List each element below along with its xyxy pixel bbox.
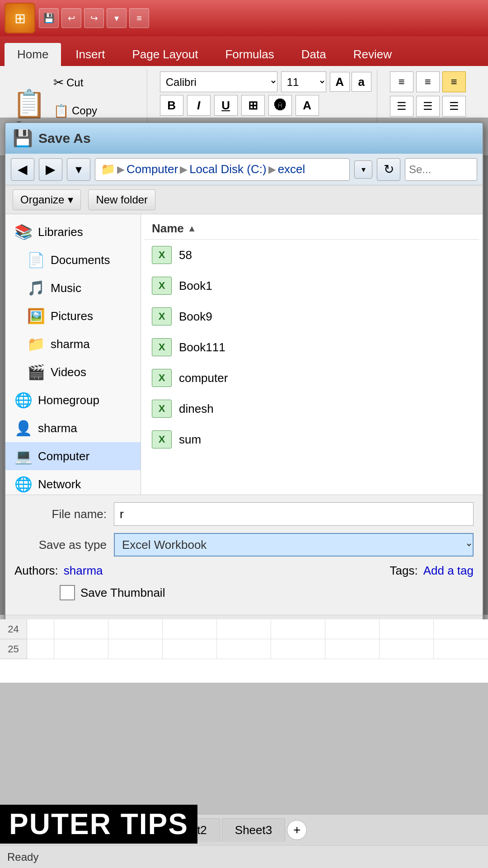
file-item-6[interactable]: X sum <box>145 424 479 455</box>
search-input[interactable] <box>405 158 477 181</box>
breadcrumb-excel[interactable]: excel <box>278 162 305 176</box>
file-name-row: File name: <box>14 502 474 526</box>
file-name-input[interactable] <box>114 502 474 526</box>
new-folder-button[interactable]: New folder <box>88 189 155 210</box>
tab-review[interactable]: Review <box>341 43 404 66</box>
cell-24-6[interactable] <box>271 619 325 639</box>
cell-24-5[interactable] <box>217 619 271 639</box>
cell-24-2[interactable] <box>54 619 108 639</box>
sidebar-item-documents[interactable]: 📄 Documents <box>5 246 141 274</box>
breadcrumb-local-disk[interactable]: Local Disk (C:) <box>189 162 266 176</box>
meta-row: Authors: sharma Tags: Add a tag <box>14 564 474 578</box>
music-icon: 🎵 <box>27 279 45 297</box>
italic-button[interactable]: I <box>187 95 211 116</box>
file-item-1[interactable]: X Book1 <box>145 270 479 301</box>
cell-24-3[interactable] <box>108 619 163 639</box>
cell-25-4[interactable] <box>163 639 217 659</box>
sheet-tab-3[interactable]: Sheet3 <box>222 818 285 842</box>
undo-btn[interactable]: ↩ <box>61 8 81 28</box>
nav-refresh-btn[interactable]: ↻ <box>377 158 400 181</box>
sidebar-item-sharma2[interactable]: 👤 sharma <box>5 414 141 442</box>
ribbon-tabs: Home Insert Page Layout Formulas Data Re… <box>0 36 488 66</box>
file-name-4: computer <box>179 371 228 385</box>
cell-25-7[interactable] <box>325 639 380 659</box>
breadcrumb-dropdown-btn[interactable]: ▾ <box>354 160 372 179</box>
align-center-btn[interactable]: ☰ <box>416 96 440 117</box>
sidebar-item-music[interactable]: 🎵 Music <box>5 274 141 302</box>
row-numbers: 24 25 <box>0 619 27 659</box>
font-color-button[interactable]: A <box>296 95 319 116</box>
sidebar-item-homegroup[interactable]: 🌐 Homegroup <box>5 386 141 414</box>
fill-color-button[interactable]: 🅐 <box>268 95 292 116</box>
thumbnail-row: Save Thumbnail <box>14 585 474 600</box>
sidebar-item-network[interactable]: 🌐 Network <box>5 470 141 495</box>
dialog-nav-bar: ◀ ▶ ▾ 📁 ▶ Computer ▶ Local Disk (C:) ▶ e… <box>5 154 483 185</box>
cell-24-4[interactable] <box>163 619 217 639</box>
redo-btn[interactable]: ↪ <box>84 8 104 28</box>
organize-button[interactable]: Organize ▾ <box>13 189 81 210</box>
network-icon: 🌐 <box>14 476 33 493</box>
align-right-btn[interactable]: ☰ <box>442 96 466 117</box>
office-button[interactable]: ⊞ <box>5 3 35 33</box>
font-name-select[interactable]: Calibri <box>160 71 277 92</box>
tab-page-layout[interactable]: Page Layout <box>119 43 211 66</box>
authors-value[interactable]: sharma <box>64 564 103 578</box>
cut-label: Cut <box>66 76 83 89</box>
add-tag-link[interactable]: Add a tag <box>423 564 474 578</box>
border-button[interactable]: ⊞ <box>241 95 265 116</box>
tab-insert[interactable]: Insert <box>63 43 117 66</box>
excel-icon-6: X <box>152 430 172 448</box>
file-list-header[interactable]: Name ▲ <box>145 218 479 240</box>
cell-25-8[interactable] <box>380 639 434 659</box>
tab-formulas[interactable]: Formulas <box>212 43 286 66</box>
cell-24-8[interactable] <box>380 619 434 639</box>
customize-quick-access[interactable]: ≡ <box>129 8 149 28</box>
underline-button[interactable]: U <box>214 95 238 116</box>
file-name-0: 58 <box>179 248 192 262</box>
file-item-4[interactable]: X computer <box>145 363 479 393</box>
tab-home[interactable]: Home <box>5 43 61 66</box>
sidebar-label-sharma1: sharma <box>51 337 90 351</box>
documents-icon: 📄 <box>27 251 45 269</box>
cell-25-5[interactable] <box>217 639 271 659</box>
save-quick-btn[interactable]: 💾 <box>39 8 59 28</box>
sidebar-label-libraries: Libraries <box>38 225 83 239</box>
save-as-type-label: Save as type <box>14 538 114 552</box>
sidebar-item-computer[interactable]: 💻 Computer <box>5 442 141 470</box>
align-middle-btn[interactable]: ≡ <box>416 71 440 92</box>
save-thumbnail-checkbox[interactable] <box>60 585 75 600</box>
watermark-text: PUTER TIPS <box>0 805 197 844</box>
nav-down-button[interactable]: ▾ <box>67 158 90 181</box>
row-num-25: 25 <box>0 639 27 659</box>
align-bottom-btn[interactable]: ≡ <box>442 71 466 92</box>
sidebar-item-pictures[interactable]: 🖼️ Pictures <box>5 302 141 330</box>
sidebar-item-sharma1[interactable]: 📁 sharma <box>5 330 141 358</box>
align-top-btn[interactable]: ≡ <box>390 71 413 92</box>
file-item-2[interactable]: X Book9 <box>145 301 479 332</box>
sidebar-item-videos[interactable]: 🎬 Videos <box>5 358 141 386</box>
dialog-titlebar: 💾 Save As <box>5 123 483 154</box>
cell-25-3[interactable] <box>108 639 163 659</box>
cut-button[interactable]: ✂ Cut <box>51 73 143 92</box>
save-as-type-select[interactable]: Excel Workbook <box>114 533 474 557</box>
decrease-font-btn[interactable]: a <box>352 72 371 92</box>
tab-data[interactable]: Data <box>289 43 339 66</box>
new-sheet-button[interactable]: + <box>287 820 307 840</box>
file-item-3[interactable]: X Book111 <box>145 332 479 363</box>
nav-forward-button[interactable]: ▶ <box>39 158 62 181</box>
sidebar-label-pictures: Pictures <box>51 309 93 323</box>
increase-font-btn[interactable]: A <box>330 72 350 92</box>
sidebar-item-libraries[interactable]: 📚 Libraries <box>5 218 141 246</box>
undo-dropdown[interactable]: ▾ <box>107 8 127 28</box>
bold-button[interactable]: B <box>160 95 183 116</box>
nav-back-button[interactable]: ◀ <box>11 158 34 181</box>
file-item-5[interactable]: X dinesh <box>145 393 479 424</box>
font-size-select[interactable]: 11 <box>281 71 326 92</box>
cell-25-2[interactable] <box>54 639 108 659</box>
breadcrumb-computer[interactable]: Computer <box>127 162 178 176</box>
align-left-btn[interactable]: ☰ <box>390 96 413 117</box>
cell-25-6[interactable] <box>271 639 325 659</box>
file-item-0[interactable]: X 58 <box>145 240 479 270</box>
cell-24-7[interactable] <box>325 619 380 639</box>
dialog-title-icon: 💾 <box>13 129 33 148</box>
